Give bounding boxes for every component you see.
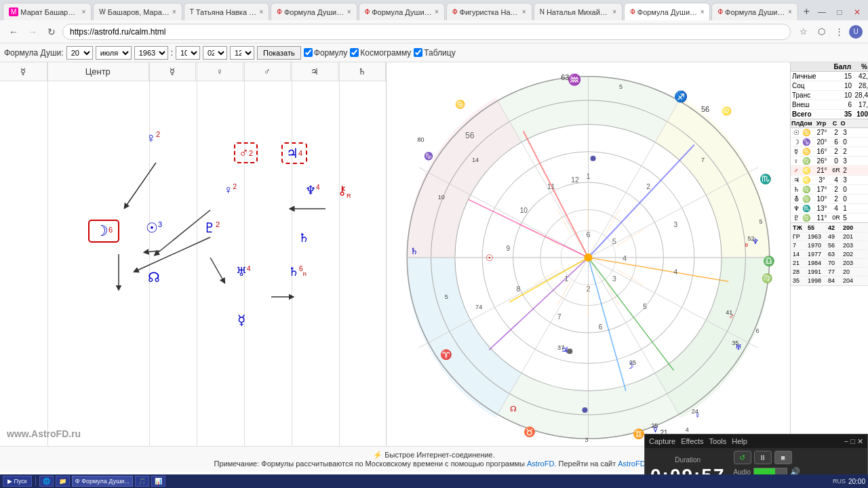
svg-text:11: 11 bbox=[547, 183, 555, 190]
svg-text:14: 14 bbox=[472, 157, 479, 163]
table-checkbox[interactable]: Таблицу bbox=[414, 48, 455, 58]
neptune-symbol: ♆4 bbox=[305, 183, 320, 198]
min-select[interactable]: 02 bbox=[203, 46, 227, 60]
taskbar-app3[interactable]: 📊 bbox=[151, 476, 165, 487]
help-menu[interactable]: Help bbox=[732, 437, 747, 445]
astrofd-link-1[interactable]: AstroFD. bbox=[527, 460, 556, 468]
svg-line-4 bbox=[146, 251, 159, 252]
taskbar-app2[interactable]: 🎵 bbox=[135, 476, 149, 487]
tools-menu[interactable]: Tools bbox=[709, 437, 727, 445]
tab-4-close[interactable]: × bbox=[347, 8, 351, 16]
minimize-button[interactable]: — bbox=[814, 4, 830, 20]
extensions-icon[interactable]: ⬡ bbox=[814, 24, 829, 39]
svg-text:4: 4 bbox=[686, 426, 689, 433]
svg-line-0 bbox=[125, 163, 156, 207]
svg-text:8: 8 bbox=[517, 285, 521, 293]
close-button[interactable]: ✕ bbox=[849, 4, 865, 20]
tab-2[interactable]: W Башаров, Марат Али... × bbox=[93, 3, 182, 20]
back-button[interactable]: ← bbox=[5, 24, 22, 40]
planet-row-saturn: ♄♍17°20 bbox=[791, 185, 868, 195]
stats-header: Балл % bbox=[791, 62, 868, 72]
forward-button[interactable]: → bbox=[24, 24, 41, 40]
saturn-6r: ♄6R bbox=[288, 264, 307, 279]
formula-checkbox[interactable]: Формулу bbox=[304, 48, 348, 58]
start-button[interactable]: ▶ Пуск bbox=[3, 476, 32, 487]
mercury-symbol-2: ♀2 bbox=[224, 183, 237, 197]
svg-text:☉: ☉ bbox=[486, 253, 494, 263]
tab-1-close[interactable]: × bbox=[81, 8, 85, 16]
vline-3 bbox=[197, 62, 197, 446]
svg-text:1: 1 bbox=[587, 173, 591, 180]
tab-7[interactable]: N Наталья Михайлова -... × bbox=[534, 3, 623, 20]
month-select[interactable]: июля bbox=[96, 46, 132, 60]
hour-select[interactable]: 10 bbox=[176, 46, 200, 60]
tab-4[interactable]: Ф Формула Души - кал... × bbox=[271, 3, 357, 20]
year-select[interactable]: 1963 bbox=[134, 46, 168, 60]
tab-9-title: Формула Души - кал... bbox=[725, 8, 785, 16]
omega-node: ☊ bbox=[148, 269, 160, 285]
star-icon[interactable]: ☆ bbox=[796, 24, 811, 39]
planets-header: Пл Дом Угр С О bbox=[791, 119, 868, 128]
taskbar-right: RUS 20:00 bbox=[833, 478, 865, 485]
tab-3[interactable]: T Татьяна Навка отказ... × bbox=[184, 3, 270, 20]
tab-6-close[interactable]: × bbox=[522, 8, 526, 16]
pause-button[interactable]: ⏸ bbox=[754, 451, 772, 464]
svg-text:♌: ♌ bbox=[722, 106, 732, 116]
svg-text:5: 5 bbox=[760, 218, 763, 225]
tab-1-title: Марат Башаров [акт... bbox=[20, 8, 79, 16]
svg-text:2: 2 bbox=[646, 183, 650, 190]
tab-7-close[interactable]: × bbox=[612, 8, 616, 16]
refresh-button[interactable]: ↻ bbox=[43, 24, 60, 40]
taskbar-explorer[interactable]: 📁 bbox=[56, 476, 70, 487]
tab-6[interactable]: Ф Фигуристка Наталья... × bbox=[446, 3, 532, 20]
svg-text:♎: ♎ bbox=[763, 255, 775, 267]
tab-2-close[interactable]: × bbox=[172, 8, 176, 16]
day-select[interactable]: 20 bbox=[66, 46, 93, 60]
tab-8[interactable]: Ф Формула Души - кал... × bbox=[624, 3, 710, 20]
svg-text:74: 74 bbox=[475, 304, 482, 310]
chart-panel: ♒ 63 ♐ 56 56 ♏ 51 ♍ bbox=[387, 62, 790, 446]
svg-text:♏: ♏ bbox=[760, 173, 772, 185]
svg-text:7: 7 bbox=[557, 313, 561, 321]
bottom-row-21: 21198470203 bbox=[791, 259, 867, 268]
recording-close-icon[interactable]: − □ ✕ bbox=[844, 437, 863, 446]
effects-menu[interactable]: Effects bbox=[681, 437, 703, 445]
svg-text:♍: ♍ bbox=[762, 272, 773, 284]
svg-text:8: 8 bbox=[745, 242, 748, 248]
new-tab-button[interactable]: + bbox=[800, 3, 814, 20]
maximize-button[interactable]: □ bbox=[831, 4, 848, 20]
stop-button[interactable]: ■ bbox=[774, 451, 792, 464]
user-avatar[interactable]: U bbox=[849, 25, 863, 39]
bottom-row-gr: ГР196349201 bbox=[791, 232, 867, 241]
svg-text:1: 1 bbox=[564, 274, 568, 283]
taskbar-lang[interactable]: RUS bbox=[833, 478, 846, 485]
taskbar-ie[interactable]: 🌐 bbox=[39, 476, 54, 487]
tab-1[interactable]: M Марат Башаров [акт... × bbox=[3, 3, 92, 20]
sec-select[interactable]: 12 bbox=[230, 46, 254, 60]
tab-3-close[interactable]: × bbox=[259, 8, 263, 16]
planet-row-pluto: ♇♍11°0R5 bbox=[791, 214, 868, 223]
recording-header: Capture Effects Tools Help − □ ✕ bbox=[645, 434, 867, 448]
formula-bar: Формула Души: 20 июля 1963 : 10 02 12 По… bbox=[0, 43, 868, 62]
show-button[interactable]: Показать bbox=[257, 46, 301, 60]
formula-label: Формула Души: bbox=[4, 48, 64, 58]
tab-5-close[interactable]: × bbox=[435, 8, 439, 16]
svg-text:♋: ♋ bbox=[455, 99, 466, 109]
tab-5-title: Формула Души - кал... bbox=[372, 8, 432, 16]
replay-button[interactable]: ↺ bbox=[734, 451, 751, 464]
svg-text:56: 56 bbox=[701, 105, 709, 113]
tab-8-close[interactable]: × bbox=[701, 8, 705, 16]
address-bar[interactable] bbox=[62, 24, 791, 40]
taskbar-apps[interactable]: Ф Формула Души... bbox=[72, 476, 133, 487]
svg-text:♈: ♈ bbox=[440, 348, 452, 361]
cosmogram-checkbox[interactable]: Космограмму bbox=[350, 48, 411, 58]
tab-9-close[interactable]: × bbox=[788, 8, 792, 16]
svg-text:25: 25 bbox=[629, 359, 636, 366]
capture-menu[interactable]: Capture bbox=[649, 437, 675, 445]
tab-9[interactable]: Ф Формула Души - кал... × bbox=[711, 3, 797, 20]
svg-text:☊: ☊ bbox=[510, 405, 517, 413]
svg-text:3: 3 bbox=[674, 221, 678, 228]
menu-icon[interactable]: ⋮ bbox=[831, 24, 846, 39]
tab-5[interactable]: Ф Формула Души - кал... × bbox=[359, 3, 445, 20]
svg-text:♐: ♐ bbox=[674, 90, 688, 103]
